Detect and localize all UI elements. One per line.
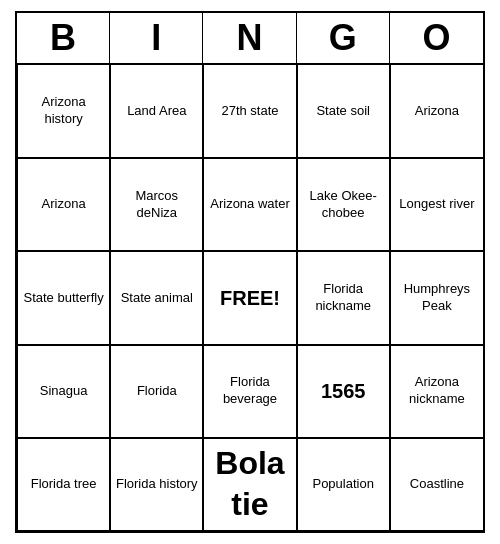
- bingo-cell-16: Florida: [110, 345, 203, 438]
- bingo-cell-6: Marcos deNiza: [110, 158, 203, 251]
- header-b: B: [17, 13, 110, 63]
- bingo-cell-12: FREE!: [203, 251, 296, 344]
- bingo-cell-10: State butterfly: [17, 251, 110, 344]
- bingo-cell-21: Florida history: [110, 438, 203, 531]
- bingo-cell-15: Sinagua: [17, 345, 110, 438]
- bingo-cell-1: Land Area: [110, 65, 203, 158]
- bingo-grid: Arizona historyLand Area27th stateState …: [17, 65, 483, 531]
- header-n: N: [203, 13, 296, 63]
- bingo-cell-19: Arizona nickname: [390, 345, 483, 438]
- bingo-cell-3: State soil: [297, 65, 390, 158]
- bingo-cell-13: Florida nickname: [297, 251, 390, 344]
- bingo-cell-24: Coastline: [390, 438, 483, 531]
- bingo-cell-22: Bola tie: [203, 438, 296, 531]
- bingo-cell-20: Florida tree: [17, 438, 110, 531]
- bingo-cell-11: State animal: [110, 251, 203, 344]
- bingo-cell-4: Arizona: [390, 65, 483, 158]
- bingo-cell-18: 1565: [297, 345, 390, 438]
- header-i: I: [110, 13, 203, 63]
- bingo-cell-14: Humphreys Peak: [390, 251, 483, 344]
- bingo-cell-0: Arizona history: [17, 65, 110, 158]
- bingo-cell-2: 27th state: [203, 65, 296, 158]
- header-g: G: [297, 13, 390, 63]
- bingo-cell-7: Arizona water: [203, 158, 296, 251]
- bingo-cell-17: Florida beverage: [203, 345, 296, 438]
- bingo-header: B I N G O: [17, 13, 483, 65]
- bingo-card: B I N G O Arizona historyLand Area27th s…: [15, 11, 485, 533]
- bingo-cell-23: Population: [297, 438, 390, 531]
- bingo-cell-9: Longest river: [390, 158, 483, 251]
- bingo-cell-5: Arizona: [17, 158, 110, 251]
- header-o: O: [390, 13, 483, 63]
- bingo-cell-8: Lake Okee-chobee: [297, 158, 390, 251]
